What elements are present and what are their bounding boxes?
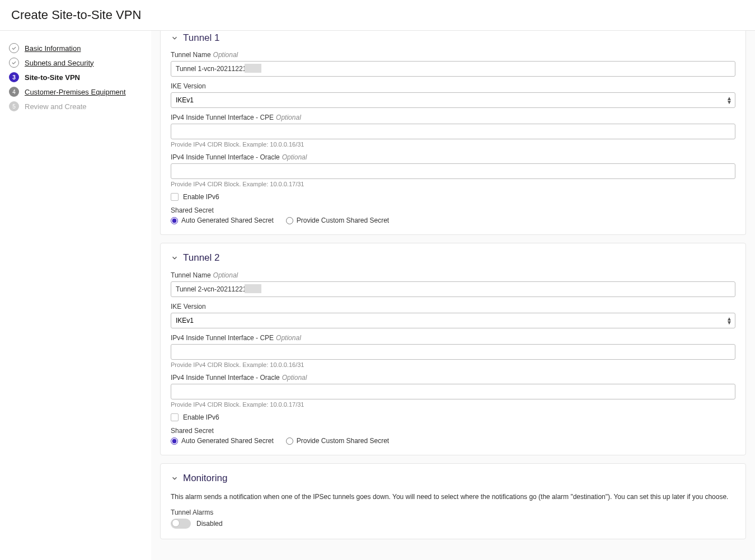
tunnel-2-cpe-field: IPv4 Inside Tunnel Interface - CPEOption… xyxy=(171,334,735,368)
tunnel-1-ipv6-checkbox[interactable] xyxy=(171,193,179,201)
step-basic-information[interactable]: Basic Information xyxy=(9,41,142,55)
checkbox-label: Enable IPv6 xyxy=(183,413,219,421)
step-label: Review and Create xyxy=(25,102,87,111)
field-label: IPv4 Inside Tunnel Interface - OracleOpt… xyxy=(171,153,735,161)
tunnel-2-auto-secret-radio[interactable] xyxy=(171,437,178,445)
tunnel-2-cpe-input[interactable] xyxy=(171,344,735,360)
chevron-down-icon xyxy=(171,34,179,42)
heading-text: Monitoring xyxy=(183,473,227,484)
field-label: Shared Secret xyxy=(171,427,735,435)
tunnel-2-custom-secret-radio[interactable] xyxy=(286,437,293,445)
tunnel-1-cpe-field: IPv4 Inside Tunnel Interface - CPEOption… xyxy=(171,114,735,148)
check-icon xyxy=(9,58,19,68)
step-label: Subnets and Security xyxy=(25,59,94,67)
page-title: Create Site-to-Site VPN xyxy=(11,8,744,22)
tunnel-1-ike-select[interactable]: IKEv1 xyxy=(171,92,735,108)
step-subnets-security[interactable]: Subnets and Security xyxy=(9,55,142,70)
radio-label: Auto Generated Shared Secret xyxy=(181,217,274,224)
monitoring-description: This alarm sends a notification when one… xyxy=(171,492,735,502)
page-header: Create Site-to-Site VPN xyxy=(0,0,755,31)
help-text: Provide IPv4 CIDR Block. Example: 10.0.0… xyxy=(171,401,735,408)
tunnel-1-name-field: Tunnel NameOptional xyxy=(171,51,735,77)
field-label: IKE Version xyxy=(171,82,735,90)
tunnel-2-ipv6-checkbox[interactable] xyxy=(171,413,179,421)
heading-text: Tunnel 2 xyxy=(183,252,220,263)
field-label: IKE Version xyxy=(171,303,735,310)
tunnel-1-ipv6-row: Enable IPv6 xyxy=(171,193,735,201)
tunnel-1-auto-secret-radio[interactable] xyxy=(171,217,178,224)
main-content: Tunnel 1 Tunnel NameOptional IKE Version… xyxy=(151,31,755,560)
step-label: Site-to-Site VPN xyxy=(25,73,80,82)
step-label: Customer-Premises Equipment xyxy=(25,88,126,96)
chevron-down-icon xyxy=(171,474,179,482)
step-review-create: 5 Review and Create xyxy=(9,99,142,114)
radio-label: Auto Generated Shared Secret xyxy=(181,437,274,445)
chevron-down-icon xyxy=(171,254,179,262)
wizard-sidebar: Basic Information Subnets and Security 3… xyxy=(0,31,151,560)
tunnel-2-shared-secret-field: Shared Secret Auto Generated Shared Secr… xyxy=(171,427,735,445)
tunnel-1-custom-secret-radio[interactable] xyxy=(286,217,293,224)
tunnel-2-ipv6-row: Enable IPv6 xyxy=(171,413,735,421)
help-text: Provide IPv4 CIDR Block. Example: 10.0.0… xyxy=(171,181,735,187)
help-text: Provide IPv4 CIDR Block. Example: 10.0.0… xyxy=(171,141,735,148)
field-label: IPv4 Inside Tunnel Interface - CPEOption… xyxy=(171,334,735,342)
step-number-icon: 4 xyxy=(9,87,19,97)
field-label: Shared Secret xyxy=(171,206,735,214)
tunnel-1-card: Tunnel 1 Tunnel NameOptional IKE Version… xyxy=(160,31,746,235)
tunnel-alarms-toggle[interactable] xyxy=(171,519,191,529)
monitoring-heading[interactable]: Monitoring xyxy=(171,473,735,484)
monitoring-card: Monitoring This alarm sends a notificati… xyxy=(160,463,746,539)
tunnel-2-ike-field: IKE Version IKEv1 ▲▼ xyxy=(171,303,735,328)
tunnel-1-oracle-field: IPv4 Inside Tunnel Interface - OracleOpt… xyxy=(171,153,735,187)
redacted-text xyxy=(245,284,261,293)
checkbox-label: Enable IPv6 xyxy=(183,193,219,201)
toggle-state-label: Disabled xyxy=(196,520,223,528)
tunnel-2-heading[interactable]: Tunnel 2 xyxy=(171,252,735,263)
tunnel-2-oracle-input[interactable] xyxy=(171,384,735,399)
tunnel-alarms-row: Disabled xyxy=(171,519,735,529)
radio-label: Provide Custom Shared Secret xyxy=(297,217,389,224)
tunnel-2-oracle-field: IPv4 Inside Tunnel Interface - OracleOpt… xyxy=(171,374,735,408)
field-label: IPv4 Inside Tunnel Interface - OracleOpt… xyxy=(171,374,735,382)
tunnel-1-cpe-input[interactable] xyxy=(171,124,735,139)
step-number-icon: 3 xyxy=(9,72,19,82)
redacted-text xyxy=(245,64,261,73)
step-customer-premises-equipment[interactable]: 4 Customer-Premises Equipment xyxy=(9,84,142,99)
heading-text: Tunnel 1 xyxy=(183,33,220,43)
tunnel-1-oracle-input[interactable] xyxy=(171,163,735,179)
step-number-icon: 5 xyxy=(9,101,19,111)
field-label: Tunnel NameOptional xyxy=(171,271,735,279)
check-icon xyxy=(9,43,19,53)
help-text: Provide IPv4 CIDR Block. Example: 10.0.0… xyxy=(171,361,735,368)
tunnel-1-ike-field: IKE Version IKEv1 ▲▼ xyxy=(171,82,735,108)
tunnel-2-name-field: Tunnel NameOptional xyxy=(171,271,735,297)
toggle-knob-icon xyxy=(172,519,180,527)
radio-label: Provide Custom Shared Secret xyxy=(297,437,389,445)
field-label: IPv4 Inside Tunnel Interface - CPEOption… xyxy=(171,114,735,121)
field-label: Tunnel NameOptional xyxy=(171,51,735,59)
step-label: Basic Information xyxy=(25,44,81,53)
tunnel-1-shared-secret-field: Shared Secret Auto Generated Shared Secr… xyxy=(171,206,735,224)
step-site-to-site-vpn[interactable]: 3 Site-to-Site VPN xyxy=(9,70,142,84)
alarms-label: Tunnel Alarms xyxy=(171,509,735,516)
tunnel-1-heading[interactable]: Tunnel 1 xyxy=(171,33,735,43)
tunnel-2-card: Tunnel 2 Tunnel NameOptional IKE Version… xyxy=(160,243,746,455)
tunnel-2-ike-select[interactable]: IKEv1 xyxy=(171,313,735,328)
